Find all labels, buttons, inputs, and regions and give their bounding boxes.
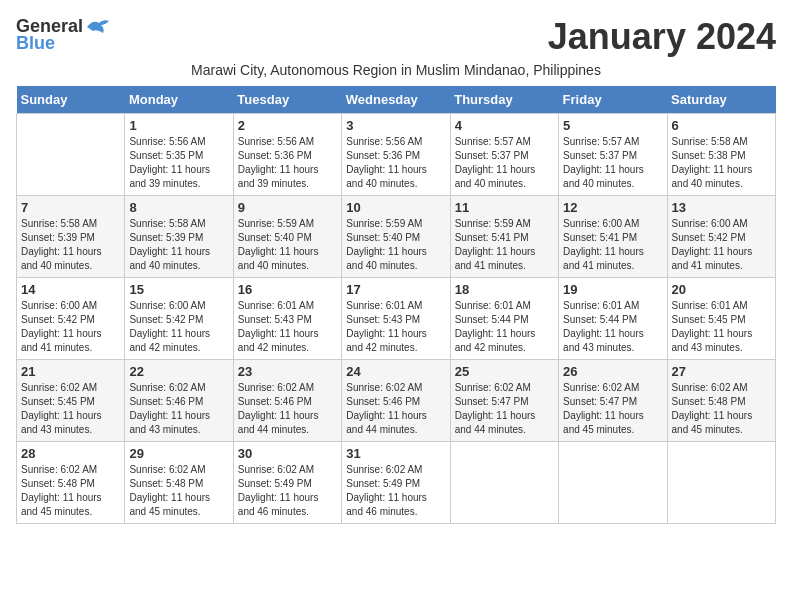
sunrise-text: Sunrise: 6:00 AM <box>563 217 662 231</box>
daylight-text: Daylight: 11 hours and 39 minutes. <box>238 163 337 191</box>
calendar-cell: 23Sunrise: 6:02 AMSunset: 5:46 PMDayligh… <box>233 360 341 442</box>
calendar-cell: 17Sunrise: 6:01 AMSunset: 5:43 PMDayligh… <box>342 278 450 360</box>
calendar-cell: 13Sunrise: 6:00 AMSunset: 5:42 PMDayligh… <box>667 196 775 278</box>
daylight-text: Daylight: 11 hours and 40 minutes. <box>346 163 445 191</box>
sunset-text: Sunset: 5:43 PM <box>238 313 337 327</box>
day-info: Sunrise: 5:57 AMSunset: 5:37 PMDaylight:… <box>455 135 554 191</box>
sunset-text: Sunset: 5:44 PM <box>563 313 662 327</box>
sunset-text: Sunset: 5:39 PM <box>129 231 228 245</box>
day-number: 17 <box>346 282 445 297</box>
sunrise-text: Sunrise: 6:02 AM <box>238 463 337 477</box>
sunrise-text: Sunrise: 5:56 AM <box>238 135 337 149</box>
sunset-text: Sunset: 5:48 PM <box>672 395 771 409</box>
sunset-text: Sunset: 5:41 PM <box>563 231 662 245</box>
sunrise-text: Sunrise: 6:02 AM <box>21 463 120 477</box>
sunrise-text: Sunrise: 6:01 AM <box>346 299 445 313</box>
day-number: 4 <box>455 118 554 133</box>
day-number: 14 <box>21 282 120 297</box>
daylight-text: Daylight: 11 hours and 41 minutes. <box>672 245 771 273</box>
day-info: Sunrise: 5:57 AMSunset: 5:37 PMDaylight:… <box>563 135 662 191</box>
calendar-header-row: SundayMondayTuesdayWednesdayThursdayFrid… <box>17 86 776 114</box>
calendar-cell: 18Sunrise: 6:01 AMSunset: 5:44 PMDayligh… <box>450 278 558 360</box>
sunrise-text: Sunrise: 5:57 AM <box>455 135 554 149</box>
sunset-text: Sunset: 5:49 PM <box>346 477 445 491</box>
day-info: Sunrise: 6:02 AMSunset: 5:49 PMDaylight:… <box>238 463 337 519</box>
calendar-cell <box>450 442 558 524</box>
header-day-sunday: Sunday <box>17 86 125 114</box>
week-row-0: 1Sunrise: 5:56 AMSunset: 5:35 PMDaylight… <box>17 114 776 196</box>
calendar-cell: 6Sunrise: 5:58 AMSunset: 5:38 PMDaylight… <box>667 114 775 196</box>
calendar-cell: 25Sunrise: 6:02 AMSunset: 5:47 PMDayligh… <box>450 360 558 442</box>
calendar-cell: 7Sunrise: 5:58 AMSunset: 5:39 PMDaylight… <box>17 196 125 278</box>
calendar-cell: 30Sunrise: 6:02 AMSunset: 5:49 PMDayligh… <box>233 442 341 524</box>
sunrise-text: Sunrise: 6:01 AM <box>672 299 771 313</box>
calendar-cell: 12Sunrise: 6:00 AMSunset: 5:41 PMDayligh… <box>559 196 667 278</box>
sunset-text: Sunset: 5:47 PM <box>563 395 662 409</box>
daylight-text: Daylight: 11 hours and 43 minutes. <box>21 409 120 437</box>
day-number: 21 <box>21 364 120 379</box>
daylight-text: Daylight: 11 hours and 42 minutes. <box>129 327 228 355</box>
day-info: Sunrise: 5:59 AMSunset: 5:41 PMDaylight:… <box>455 217 554 273</box>
day-number: 7 <box>21 200 120 215</box>
sunrise-text: Sunrise: 6:01 AM <box>455 299 554 313</box>
calendar-cell: 21Sunrise: 6:02 AMSunset: 5:45 PMDayligh… <box>17 360 125 442</box>
sunrise-text: Sunrise: 5:56 AM <box>346 135 445 149</box>
daylight-text: Daylight: 11 hours and 41 minutes. <box>563 245 662 273</box>
sunrise-text: Sunrise: 6:02 AM <box>455 381 554 395</box>
calendar-cell: 20Sunrise: 6:01 AMSunset: 5:45 PMDayligh… <box>667 278 775 360</box>
daylight-text: Daylight: 11 hours and 45 minutes. <box>672 409 771 437</box>
day-number: 29 <box>129 446 228 461</box>
daylight-text: Daylight: 11 hours and 42 minutes. <box>238 327 337 355</box>
sunrise-text: Sunrise: 6:02 AM <box>346 381 445 395</box>
day-info: Sunrise: 6:02 AMSunset: 5:48 PMDaylight:… <box>129 463 228 519</box>
daylight-text: Daylight: 11 hours and 45 minutes. <box>21 491 120 519</box>
sunset-text: Sunset: 5:49 PM <box>238 477 337 491</box>
sunrise-text: Sunrise: 5:56 AM <box>129 135 228 149</box>
day-number: 31 <box>346 446 445 461</box>
day-number: 1 <box>129 118 228 133</box>
sunrise-text: Sunrise: 5:58 AM <box>129 217 228 231</box>
day-number: 11 <box>455 200 554 215</box>
sunset-text: Sunset: 5:43 PM <box>346 313 445 327</box>
sunset-text: Sunset: 5:45 PM <box>672 313 771 327</box>
sunset-text: Sunset: 5:42 PM <box>21 313 120 327</box>
sunrise-text: Sunrise: 6:00 AM <box>21 299 120 313</box>
day-info: Sunrise: 5:56 AMSunset: 5:36 PMDaylight:… <box>346 135 445 191</box>
sunrise-text: Sunrise: 6:00 AM <box>129 299 228 313</box>
sunrise-text: Sunrise: 6:01 AM <box>563 299 662 313</box>
daylight-text: Daylight: 11 hours and 42 minutes. <box>455 327 554 355</box>
day-info: Sunrise: 6:02 AMSunset: 5:47 PMDaylight:… <box>455 381 554 437</box>
calendar-cell: 29Sunrise: 6:02 AMSunset: 5:48 PMDayligh… <box>125 442 233 524</box>
week-row-1: 7Sunrise: 5:58 AMSunset: 5:39 PMDaylight… <box>17 196 776 278</box>
sunset-text: Sunset: 5:37 PM <box>563 149 662 163</box>
sunset-text: Sunset: 5:42 PM <box>672 231 771 245</box>
daylight-text: Daylight: 11 hours and 43 minutes. <box>129 409 228 437</box>
day-info: Sunrise: 6:00 AMSunset: 5:42 PMDaylight:… <box>129 299 228 355</box>
sunrise-text: Sunrise: 5:59 AM <box>455 217 554 231</box>
sunrise-text: Sunrise: 6:02 AM <box>21 381 120 395</box>
day-info: Sunrise: 6:01 AMSunset: 5:45 PMDaylight:… <box>672 299 771 355</box>
calendar-cell: 11Sunrise: 5:59 AMSunset: 5:41 PMDayligh… <box>450 196 558 278</box>
sunset-text: Sunset: 5:37 PM <box>455 149 554 163</box>
day-info: Sunrise: 6:00 AMSunset: 5:42 PMDaylight:… <box>672 217 771 273</box>
sunrise-text: Sunrise: 6:01 AM <box>238 299 337 313</box>
sunset-text: Sunset: 5:46 PM <box>238 395 337 409</box>
daylight-text: Daylight: 11 hours and 40 minutes. <box>346 245 445 273</box>
sunrise-text: Sunrise: 6:00 AM <box>672 217 771 231</box>
sunrise-text: Sunrise: 5:59 AM <box>238 217 337 231</box>
sunrise-text: Sunrise: 5:58 AM <box>21 217 120 231</box>
sunset-text: Sunset: 5:45 PM <box>21 395 120 409</box>
day-number: 18 <box>455 282 554 297</box>
day-info: Sunrise: 5:59 AMSunset: 5:40 PMDaylight:… <box>238 217 337 273</box>
sunset-text: Sunset: 5:46 PM <box>346 395 445 409</box>
header-day-friday: Friday <box>559 86 667 114</box>
calendar-cell: 9Sunrise: 5:59 AMSunset: 5:40 PMDaylight… <box>233 196 341 278</box>
daylight-text: Daylight: 11 hours and 44 minutes. <box>346 409 445 437</box>
day-info: Sunrise: 5:56 AMSunset: 5:35 PMDaylight:… <box>129 135 228 191</box>
calendar-cell: 22Sunrise: 6:02 AMSunset: 5:46 PMDayligh… <box>125 360 233 442</box>
calendar-cell: 3Sunrise: 5:56 AMSunset: 5:36 PMDaylight… <box>342 114 450 196</box>
sunset-text: Sunset: 5:35 PM <box>129 149 228 163</box>
sunrise-text: Sunrise: 6:02 AM <box>129 381 228 395</box>
logo-blue: Blue <box>16 33 55 54</box>
week-row-2: 14Sunrise: 6:00 AMSunset: 5:42 PMDayligh… <box>17 278 776 360</box>
